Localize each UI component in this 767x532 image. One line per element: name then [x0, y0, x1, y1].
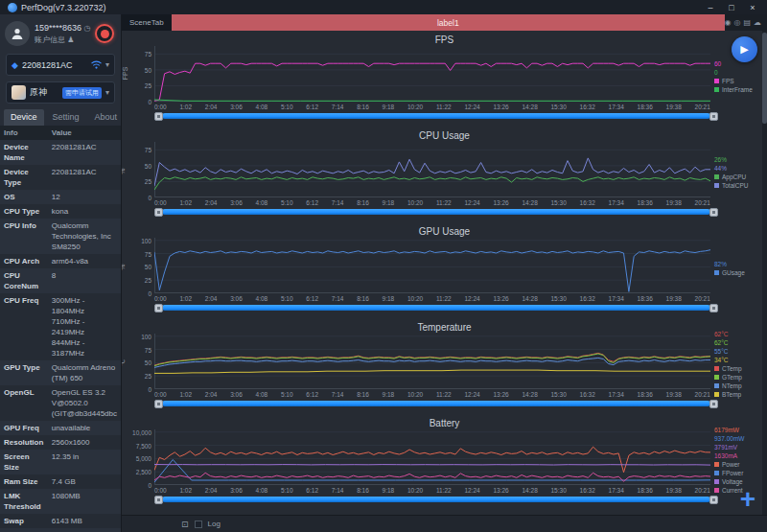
- table-row: CPU Typekona: [0, 204, 121, 219]
- row-key: Device Type: [0, 165, 48, 190]
- slider-handle-left[interactable]: [154, 208, 163, 217]
- row-value: 6143 MB: [48, 514, 121, 528]
- slider-track[interactable]: [162, 497, 710, 502]
- slider-track[interactable]: [162, 401, 710, 406]
- range-slider-gpu[interactable]: [154, 304, 718, 312]
- slider-handle-left[interactable]: [154, 400, 163, 408]
- x-tick-label: 18:36: [638, 199, 653, 206]
- x-tick-label: 16:32: [580, 199, 595, 206]
- tab-about[interactable]: About: [88, 109, 125, 126]
- row-key: GPU Type: [0, 360, 48, 385]
- app-icon: [12, 85, 26, 100]
- label-bar[interactable]: label1: [172, 14, 725, 31]
- avatar[interactable]: [5, 21, 30, 46]
- minimize-button[interactable]: –: [700, 3, 721, 12]
- chart-plot-temperature[interactable]: [154, 334, 710, 389]
- x-tick-label: 0:00: [154, 104, 167, 110]
- x-tick-label: 9:18: [383, 391, 395, 398]
- plot-row-gpu: %025507510082%GUsage: [122, 238, 767, 293]
- range-slider-battery[interactable]: [154, 496, 718, 504]
- legend-swatch: [714, 392, 719, 397]
- chart-plot-gpu[interactable]: [154, 238, 710, 293]
- y-tick-label: 75: [145, 250, 151, 257]
- x-tick-label: 2:04: [205, 487, 218, 494]
- x-tick-label: 12:24: [464, 104, 479, 110]
- perfdog-logo-icon: [8, 3, 17, 12]
- chart-title-gpu: GPU Usage: [122, 225, 767, 238]
- chart-plot-fps[interactable]: [154, 46, 710, 102]
- x-tick-label: 11:22: [436, 487, 452, 494]
- maximize-button[interactable]: □: [721, 3, 742, 12]
- x-tick-label: 7:14: [332, 199, 344, 206]
- plot-row-temperature: ℃025507510062°C62°C55°C34°CCTempGTempNTe…: [122, 334, 767, 389]
- device-select[interactable]: ◆ 22081281AC ▾: [6, 54, 115, 76]
- folder-icon[interactable]: ▤: [743, 19, 751, 27]
- range-slider-cpu[interactable]: [154, 208, 718, 217]
- y-axis-label: %: [122, 169, 126, 174]
- play-button[interactable]: ▶: [732, 36, 757, 62]
- y-tick-label: 0: [148, 290, 151, 297]
- x-tick-label: 20:21: [695, 199, 710, 206]
- chart-plot-battery[interactable]: [154, 429, 710, 485]
- slider-handle-left[interactable]: [154, 112, 163, 121]
- x-tick-label: 19:38: [666, 391, 682, 398]
- main-area: SceneTab label1 ◉ ◎ ▤ ☁ ▶ + FPSFPS025507…: [122, 14, 767, 532]
- x-tick-label: 16:32: [580, 295, 595, 302]
- y-axis-gpu: %0255075100: [122, 238, 154, 293]
- cloud-icon[interactable]: ☁: [754, 19, 761, 27]
- current-value: 55°C: [714, 348, 762, 356]
- x-tick-label: 8:16: [357, 487, 369, 494]
- x-tick-label: 8:16: [357, 295, 369, 302]
- account-info-link[interactable]: 账户信息: [35, 35, 65, 44]
- table-row: GPU TypeQualcomm Adreno (TM) 650: [0, 360, 121, 385]
- slider-handle-right[interactable]: [709, 496, 718, 504]
- row-value: 8: [48, 268, 121, 293]
- log-checkbox[interactable]: [195, 520, 202, 528]
- current-value: 937.00mW: [714, 435, 762, 443]
- x-tick-label: 16:32: [580, 104, 595, 110]
- x-tick-label: 4:08: [256, 295, 268, 302]
- add-chart-button[interactable]: +: [740, 488, 755, 511]
- slider-handle-right[interactable]: [709, 208, 718, 217]
- marker-icon[interactable]: ◎: [733, 19, 740, 27]
- app-badge[interactable]: 需申请试用: [62, 87, 102, 99]
- slider-handle-right[interactable]: [709, 400, 718, 408]
- x-tick-label: 12:24: [464, 199, 479, 206]
- range-slider-fps[interactable]: [154, 112, 718, 121]
- x-tick-label: 18:36: [638, 104, 653, 110]
- row-value: kona: [48, 204, 121, 219]
- slider-track[interactable]: [162, 113, 710, 119]
- tab-device[interactable]: Device: [4, 109, 44, 126]
- slider-handle-left[interactable]: [154, 304, 163, 312]
- x-tick-label: 16:32: [580, 487, 595, 494]
- record-button[interactable]: [95, 24, 114, 43]
- app-select[interactable]: 原神 需申请试用 ▾: [6, 81, 115, 104]
- row-value: 12.35 in: [48, 450, 121, 474]
- sidebar: 159****8636 ◷ 账户信息 ♟ ◆ 22081281AC ▾ 原神 需…: [0, 14, 122, 532]
- plot-row-battery: 02,5005,0007,50010,0006179mW937.00mW3791…: [122, 429, 767, 485]
- y-tick-label: 0: [148, 386, 151, 393]
- x-tick-label: 13:26: [493, 295, 508, 302]
- chart-right-col-gpu: 82%GUsage: [710, 238, 764, 293]
- range-slider-temperature[interactable]: [154, 400, 718, 408]
- close-button[interactable]: ×: [742, 3, 763, 12]
- slider-track[interactable]: [162, 305, 710, 311]
- slider-handle-right[interactable]: [709, 112, 718, 121]
- row-key: Resolution: [0, 435, 48, 450]
- history-icon[interactable]: ◷: [84, 24, 91, 33]
- x-tick-label: 0:00: [154, 487, 167, 494]
- log-expander-icon[interactable]: ⊡: [181, 520, 189, 529]
- play-icon: ▶: [740, 43, 748, 56]
- x-tick-label: 17:34: [609, 104, 624, 110]
- slider-handle-left[interactable]: [154, 496, 163, 504]
- slider-track[interactable]: [162, 209, 710, 215]
- row-value: 1080MB: [48, 489, 121, 514]
- tab-scene[interactable]: SceneTab: [122, 14, 172, 31]
- pin-icon[interactable]: ◉: [724, 19, 731, 27]
- series-CTemp: [154, 353, 710, 365]
- slider-handle-right[interactable]: [709, 304, 718, 312]
- charts-panel: ▶ + FPSFPS0255075600FPSInterFrame0:001:0…: [122, 31, 767, 515]
- tab-setting[interactable]: Setting: [46, 109, 86, 126]
- chart-plot-cpu[interactable]: [154, 142, 710, 197]
- y-tick-label: 25: [145, 277, 151, 284]
